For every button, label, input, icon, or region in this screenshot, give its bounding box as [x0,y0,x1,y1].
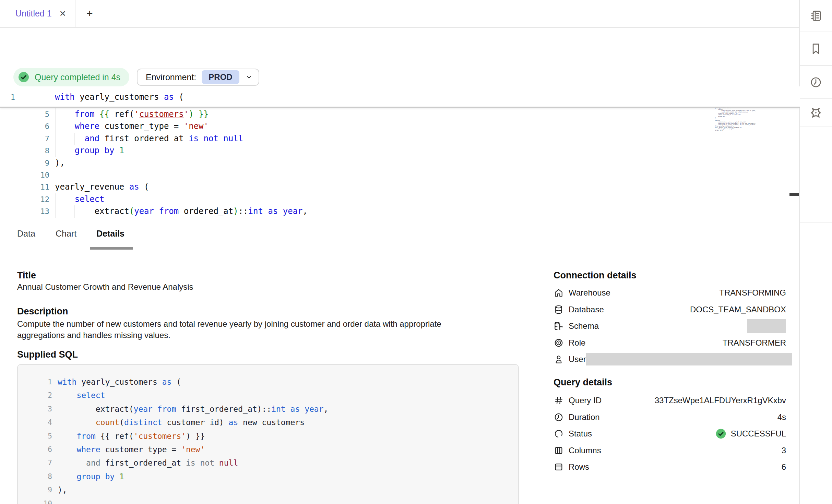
redacted-value [747,319,786,333]
sticky-code: with yearly_customers as ( [55,91,184,103]
detail-value: TRANSFORMER [723,338,786,348]
code-line[interactable]: 11yearly_revenue as ( [0,181,800,193]
line-number: 9 [18,483,52,497]
code-line[interactable]: 10 [0,169,800,181]
detail-row: Rows6 [554,459,786,476]
bookmark-icon [809,42,822,55]
line-number: 7 [18,456,52,470]
code-line[interactable]: 9), [0,157,800,169]
code-line[interactable]: 5 from {{ ref('customers') }} [0,108,800,120]
clock-icon [809,76,822,89]
sql-editor[interactable]: 5 from {{ ref('customers') }}6 where cus… [0,86,800,218]
plus-icon: + [86,7,93,20]
detail-value: 6 [782,462,786,472]
tab-label: Untitled 1 [15,9,52,19]
code-text: from {{ ref('customers') }} [55,108,209,120]
detail-value: 3 [782,446,786,455]
code-text: with yearly_customers as ( [58,375,181,389]
detail-label: Columns [569,446,601,455]
detail-label: Query ID [569,396,602,405]
detail-value: 33TZseWpe1ALFDUYerxR1gVKxbv [655,396,786,405]
editor-sticky-line[interactable]: 1 with yearly_customers as ( [0,86,800,108]
line-number: 10 [18,497,52,504]
detail-label: Duration [569,412,600,422]
line-number: 9 [0,157,49,169]
sidebar-spacer [800,127,832,223]
sidebar-button-clock[interactable] [800,66,832,99]
status-row: Query completed in 4s Environment: PROD [0,60,800,89]
detail-label: Rows [569,462,589,472]
tab-details[interactable]: Details [96,229,124,239]
chevron-down-icon [245,73,253,81]
description-value: Compute the number of new customers and … [17,318,441,341]
code-text: count(distinct customer_id) as new_custo… [58,416,305,429]
status-icon [554,429,564,439]
code-line[interactable]: 7 and first_ordered_at is not null [0,133,800,145]
line-number: 5 [18,430,52,443]
line-number: 8 [18,470,52,483]
environment-value-badge: PROD [202,70,239,84]
environment-selector[interactable]: Environment: PROD [137,69,259,86]
line-number: 10 [0,169,49,181]
detail-row: Schema [554,318,786,335]
line-number: 12 [0,193,49,205]
code-line[interactable]: 8 group by 1 [0,145,800,157]
query-details-rows: Query ID33TZseWpe1ALFDUYerxR1gVKxbvDurat… [554,392,786,476]
detail-value: TRANSFORMING [719,288,786,298]
line-number: 1 [18,375,52,389]
check-circle-icon [17,71,30,83]
sql-line: 6 where customer_type = 'new' [18,443,518,456]
active-tab-underline [90,247,133,250]
sidebar-button-notebook[interactable] [800,0,832,32]
code-line[interactable]: 13 extract(year from ordered_at)::int as… [0,205,800,217]
tab-data[interactable]: Data [17,229,35,239]
rows-icon [554,462,564,472]
detail-value: DOCS_TEAM_SANDBOX [690,305,786,314]
code-text: group by 1 [58,470,124,483]
code-text: from {{ ref('customers') }} [58,430,205,443]
editor-lines: 5 from {{ ref('customers') }}6 where cus… [0,108,800,218]
detail-label: Warehouse [569,288,610,298]
close-icon[interactable]: ✕ [59,10,66,18]
query-details-heading: Query details [554,377,612,388]
sidebar-button-dbt-logo[interactable] [800,99,832,127]
editor-scrollbar-thumb[interactable] [789,193,799,196]
line-number: 4 [18,416,52,429]
line-number: 11 [0,181,49,193]
code-line[interactable]: 12 select [0,193,800,205]
app-window: Untitled 1 ✕ + Develop Run Query complet… [0,0,832,504]
line-number: 6 [0,120,49,132]
details-panel: Title Annual Customer Growth and Revenue… [0,250,800,504]
sidebar-button-bookmark[interactable] [800,32,832,66]
sql-line: 10 [18,497,518,504]
code-text: select [58,389,105,402]
tab-chart[interactable]: Chart [56,229,76,239]
sql-line: 3 extract(year from first_ordered_at)::i… [18,403,518,416]
detail-label: Status [569,429,592,439]
role-icon [554,338,564,348]
title-value: Annual Customer Growth and Revenue Analy… [17,282,193,292]
line-number: 2 [18,389,52,402]
detail-label: Schema [569,321,599,331]
sql-line: 8 group by 1 [18,470,518,483]
user-icon [554,354,564,364]
detail-row: WarehouseTRANSFORMING [554,285,786,301]
sql-line: 2 select [18,389,518,402]
dbt-logo-icon [809,106,822,119]
hash-icon [554,395,564,406]
query-status-text: Query completed in 4s [35,72,120,82]
code-text: yearly_revenue as ( [55,181,149,193]
connection-details-rows: WarehouseTRANSFORMINGDatabaseDOCS_TEAM_S… [554,285,786,368]
line-number: 5 [0,108,49,120]
sql-line: 9), [18,483,518,497]
detail-row: Columns3 [554,442,786,459]
tab-untitled-1[interactable]: Untitled 1 ✕ [0,0,75,27]
line-number: 8 [0,145,49,157]
detail-row: Duration4s [554,409,786,426]
code-text: extract(year from first_ordered_at)::int… [58,403,328,416]
code-text: ), [55,157,65,169]
toolbar: Develop Run [0,28,800,61]
new-tab-button[interactable]: + [82,0,98,27]
code-line[interactable]: 6 where customer_type = 'new' [0,120,800,132]
detail-row: User [554,351,786,368]
